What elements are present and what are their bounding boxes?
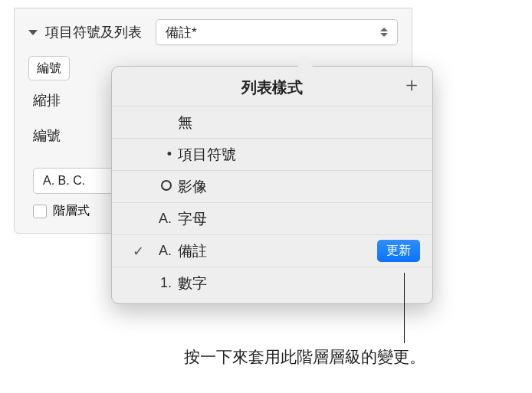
update-button[interactable]: 更新	[377, 240, 420, 262]
bullet-icon: •	[149, 146, 178, 162]
list-item-letter[interactable]: A. 字母	[112, 202, 432, 234]
list-item-note[interactable]: ✓ A. 備註 更新	[112, 234, 432, 267]
list-item-number[interactable]: 1. 數字	[112, 267, 432, 299]
list-item-bullet[interactable]: • 項目符號	[112, 138, 432, 170]
number-format-value: A. B. C.	[43, 174, 85, 188]
marker-number: 1.	[149, 275, 178, 291]
section-title: 項目符號及列表	[45, 23, 142, 41]
list-item-label: 影像	[178, 177, 420, 197]
list-item-label: 項目符號	[178, 145, 420, 165]
hierarchy-checkbox-label: 階層式	[53, 203, 90, 219]
circle-icon	[149, 178, 178, 195]
list-style-popover: 列表樣式 ＋ 無 • 項目符號 影像 A. 字母 ✓ A. 備註 更新	[111, 66, 433, 304]
list-item-image[interactable]: 影像	[112, 170, 432, 202]
checkmark-icon: ✓	[127, 243, 149, 260]
disclosure-triangle-icon[interactable]	[28, 30, 38, 35]
add-style-button[interactable]: ＋	[402, 74, 422, 94]
list-item-label: 無	[178, 113, 420, 133]
list-item-label: 備註	[178, 241, 377, 261]
numbering-type-value: 編號	[37, 61, 61, 77]
hierarchy-checkbox[interactable]	[33, 205, 47, 218]
chevron-up-down-icon	[380, 28, 388, 37]
numbering-type-dropdown[interactable]: 編號	[28, 56, 70, 80]
popover-title: 列表樣式	[241, 77, 303, 98]
callout-leader-line	[404, 273, 405, 343]
popover-header: 列表樣式 ＋	[112, 67, 432, 106]
list-item-none[interactable]: 無	[112, 106, 432, 138]
list-style-dropdown-value: 備註*	[166, 24, 197, 41]
list-style-dropdown[interactable]: 備註*	[156, 19, 398, 45]
marker-letter: A.	[149, 211, 178, 227]
section-header-row: 項目符號及列表 備註*	[28, 19, 398, 45]
list-item-label: 字母	[178, 209, 420, 229]
callout-text: 按一下來套用此階層層級的變更。	[184, 346, 425, 368]
marker-note: A.	[149, 243, 178, 259]
list-style-options: 無 • 項目符號 影像 A. 字母 ✓ A. 備註 更新 1. 數字	[112, 106, 432, 303]
list-item-label: 數字	[178, 273, 420, 293]
